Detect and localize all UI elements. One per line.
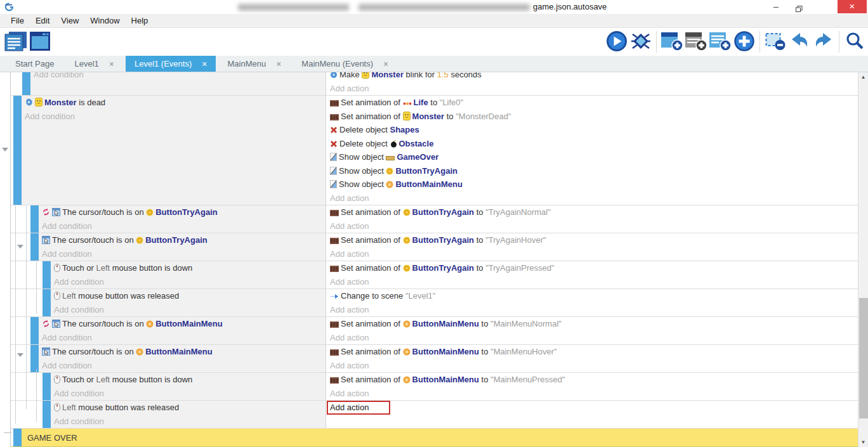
conditions-cell[interactable]: The cursor/touch is on ButtonMainMenuAdd… [39,317,326,344]
vertical-scrollbar[interactable]: ▲ ▼ [858,72,868,447]
event-handle[interactable] [30,317,39,344]
add-event-button[interactable] [660,30,684,53]
action[interactable]: Make Monster blink for 1.5 seconds [330,72,858,82]
tab-mainmenu-events[interactable]: MainMenu (Events)× [293,56,397,72]
add-condition-link[interactable]: Add condition [42,247,326,261]
conditions-cell[interactable]: The cursor/touch is on ButtonTryAgainAdd… [39,233,326,261]
menu-view[interactable]: View [55,16,84,25]
add-condition-link[interactable]: Add condition [42,331,326,345]
play-button[interactable] [605,30,629,53]
undo-button[interactable] [787,30,812,53]
tab-close-icon[interactable]: × [109,59,114,69]
add-condition-link[interactable]: Add condition [42,219,326,233]
add-condition-link[interactable]: Add condition [54,303,326,317]
actions-cell[interactable]: Set animation of Life to "Life0"Set anim… [326,96,858,205]
add-condition-link[interactable]: Add condition [42,359,326,373]
condition[interactable]: The cursor/touch is on ButtonTryAgain [42,205,326,219]
menu-help[interactable]: Help [126,16,154,25]
add-subevent-button[interactable] [684,30,708,53]
event-handle[interactable] [30,233,39,261]
restore-button[interactable] [788,0,810,13]
add-condition-link[interactable]: Add condition [25,110,326,124]
add-action-link[interactable]: Add action [330,247,858,261]
condition[interactable]: Monster is dead [25,96,326,110]
actions-cell[interactable]: Set animation of ButtonMainMenu to "Main… [326,345,858,372]
redo-button[interactable] [812,30,836,53]
conditions-cell[interactable]: Add condition [30,72,326,95]
conditions-cell[interactable]: Touch or Left mouse button is downAdd co… [51,261,326,288]
tab-close-icon[interactable]: × [276,59,281,69]
close-button[interactable]: × [838,0,867,13]
action[interactable]: Set animation of ButtonMainMenu to "Main… [330,317,858,331]
scroll-down-icon[interactable]: ▼ [858,439,868,445]
debug-button[interactable] [629,30,653,53]
condition[interactable]: The cursor/touch is on ButtonMainMenu [42,317,326,331]
action[interactable]: Add action [330,401,858,415]
action[interactable]: Delete object Obstacle [330,137,858,151]
add-condition-link[interactable]: Add condition [54,387,326,401]
actions-cell[interactable]: Make Monster blink for 1.5 secondsAdd ac… [326,72,858,95]
actions-cell[interactable]: Set animation of ButtonMainMenu to "Main… [326,373,858,400]
condition[interactable]: Left mouse button was released [54,289,326,303]
tab-mainmenu[interactable]: MainMenu× [218,56,290,72]
remove-event-button[interactable] [763,30,787,53]
minimize-button[interactable]: – [765,0,787,13]
conditions-cell[interactable]: Left mouse button was releasedAdd condit… [51,289,326,316]
conditions-cell[interactable]: The cursor/touch is on ButtonTryAgainAdd… [39,205,326,233]
add-action-link[interactable]: Add action [330,387,858,401]
action[interactable]: Set animation of ButtonTryAgain to "TryA… [330,233,858,247]
actions-cell[interactable]: Set animation of ButtonTryAgain to "TryA… [326,205,858,233]
event-handle[interactable] [30,345,39,372]
action[interactable]: Set animation of ButtonMainMenu to "Main… [330,345,858,359]
condition[interactable]: Left mouse button was released [54,401,326,415]
add-action-link[interactable]: Add action [330,275,858,289]
event-handle[interactable] [43,401,51,428]
conditions-cell[interactable]: Monster is deadAdd condition [22,96,326,205]
event-handle[interactable] [43,373,51,400]
menu-window[interactable]: Window [84,16,125,25]
event-handle[interactable] [43,261,51,288]
tab-level1-events[interactable]: Level1 (Events)× [126,56,216,72]
add-condition-link[interactable]: Add condition [34,72,326,82]
add-action-link[interactable]: Add action [330,303,858,317]
add-action-link[interactable]: Add action [330,359,858,373]
event-handle[interactable] [13,429,22,446]
action[interactable]: Set animation of ButtonTryAgain to "TryA… [330,205,858,219]
actions-cell[interactable]: Set animation of ButtonTryAgain to "TryA… [326,261,858,288]
tab-start-page[interactable]: Start Page [6,56,63,72]
condition[interactable]: The cursor/touch is on ButtonTryAgain [42,233,326,247]
action[interactable]: Set animation of Life to "Life0" [330,96,858,110]
action[interactable]: Show object ButtonTryAgain [330,164,858,178]
tab-close-icon[interactable]: × [202,59,207,69]
action[interactable]: Set animation of ButtonMainMenu to "Main… [330,373,858,387]
menu-edit[interactable]: Edit [30,16,55,25]
tab-level1[interactable]: Level1× [65,56,123,72]
comment-row[interactable]: GAME OVER [11,429,858,447]
comment-body[interactable]: GAME OVER [22,429,858,446]
add-condition-link[interactable]: Add condition [54,415,326,429]
collapse-arrow-icon[interactable] [17,353,23,357]
action[interactable]: Show object ButtonMainMenu [330,178,858,191]
event-handle[interactable] [30,205,39,233]
scroll-up-icon[interactable]: ▲ [858,74,868,80]
scrollbar-thumb[interactable] [859,298,868,418]
action[interactable]: Set animation of Monster to "MonsterDead… [330,110,858,124]
scene-editor-button[interactable] [28,30,52,53]
add-action-link[interactable]: Add action [330,219,858,233]
add-action-link[interactable]: Add action [330,82,858,96]
actions-cell[interactable]: Add action [326,401,858,428]
action[interactable]: Set animation of ButtonTryAgain to "TryA… [330,261,858,275]
add-action-link[interactable]: Add action [330,191,858,205]
conditions-cell[interactable]: Touch or Left mouse button is downAdd co… [51,373,326,400]
add-comment-button[interactable] [708,30,732,53]
event-handle[interactable] [43,289,51,316]
search-button[interactable] [843,30,867,53]
conditions-cell[interactable]: Left mouse button was releasedAdd condit… [51,401,326,428]
event-handle[interactable] [22,72,30,95]
conditions-cell[interactable]: The cursor/touch is on ButtonMainMenuAdd… [39,345,326,372]
actions-cell[interactable]: Set animation of ButtonMainMenu to "Main… [326,317,858,344]
condition[interactable]: The cursor/touch is on ButtonMainMenu [42,345,326,359]
collapse-arrow-icon[interactable] [2,148,8,152]
add-other-event-button[interactable] [732,30,756,53]
add-action-link[interactable]: Add action [330,331,858,345]
